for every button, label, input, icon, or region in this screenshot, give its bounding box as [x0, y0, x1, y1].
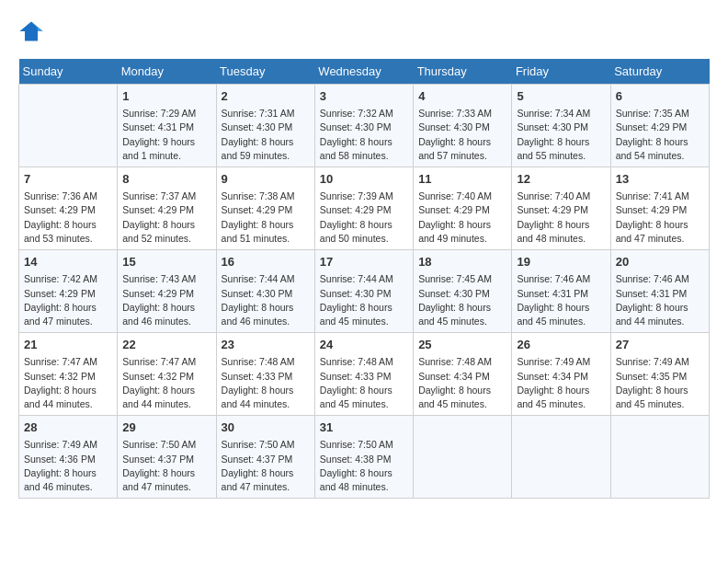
header-cell-thursday: Thursday — [414, 59, 512, 85]
day-info: Sunrise: 7:40 AM Sunset: 4:29 PM Dayligh… — [517, 190, 605, 246]
day-number: 8 — [122, 171, 210, 188]
day-cell: 9Sunrise: 7:38 AM Sunset: 4:29 PM Daylig… — [216, 167, 314, 250]
day-cell: 8Sunrise: 7:37 AM Sunset: 4:29 PM Daylig… — [118, 167, 216, 250]
day-info: Sunrise: 7:49 AM Sunset: 4:34 PM Dayligh… — [517, 355, 605, 411]
day-info: Sunrise: 7:37 AM Sunset: 4:29 PM Dayligh… — [122, 190, 210, 246]
day-info: Sunrise: 7:40 AM Sunset: 4:29 PM Dayligh… — [418, 190, 506, 246]
day-number: 24 — [320, 337, 408, 353]
day-number: 6 — [616, 88, 704, 105]
page-header — [18, 18, 710, 44]
day-number: 10 — [320, 171, 408, 188]
day-cell — [414, 416, 512, 499]
day-info: Sunrise: 7:48 AM Sunset: 4:33 PM Dayligh… — [320, 355, 408, 411]
header-cell-sunday: Sunday — [19, 59, 118, 85]
day-cell — [19, 85, 118, 167]
day-info: Sunrise: 7:50 AM Sunset: 4:38 PM Dayligh… — [320, 438, 408, 494]
day-cell: 31Sunrise: 7:50 AM Sunset: 4:38 PM Dayli… — [314, 416, 413, 499]
day-info: Sunrise: 7:46 AM Sunset: 4:31 PM Dayligh… — [616, 272, 704, 328]
day-info: Sunrise: 7:42 AM Sunset: 4:29 PM Dayligh… — [24, 272, 112, 328]
day-number: 27 — [616, 337, 704, 353]
week-row-4: 21Sunrise: 7:47 AM Sunset: 4:32 PM Dayli… — [19, 333, 710, 416]
week-row-2: 7Sunrise: 7:36 AM Sunset: 4:29 PM Daylig… — [19, 167, 710, 250]
day-number: 9 — [222, 171, 310, 188]
week-row-5: 28Sunrise: 7:49 AM Sunset: 4:36 PM Dayli… — [19, 416, 710, 499]
header-cell-monday: Monday — [118, 59, 216, 85]
day-info: Sunrise: 7:45 AM Sunset: 4:30 PM Dayligh… — [418, 272, 506, 328]
header-row: SundayMondayTuesdayWednesdayThursdayFrid… — [19, 59, 710, 85]
day-info: Sunrise: 7:33 AM Sunset: 4:30 PM Dayligh… — [418, 107, 506, 163]
day-cell: 6Sunrise: 7:35 AM Sunset: 4:29 PM Daylig… — [610, 85, 709, 167]
day-info: Sunrise: 7:29 AM Sunset: 4:31 PM Dayligh… — [122, 107, 210, 163]
day-cell: 26Sunrise: 7:49 AM Sunset: 4:34 PM Dayli… — [512, 333, 610, 416]
day-number: 5 — [517, 88, 605, 105]
day-cell — [512, 416, 610, 499]
day-info: Sunrise: 7:35 AM Sunset: 4:29 PM Dayligh… — [616, 107, 704, 163]
day-cell: 29Sunrise: 7:50 AM Sunset: 4:37 PM Dayli… — [118, 416, 216, 499]
day-number: 18 — [418, 254, 506, 270]
day-info: Sunrise: 7:44 AM Sunset: 4:30 PM Dayligh… — [222, 272, 310, 328]
day-info: Sunrise: 7:50 AM Sunset: 4:37 PM Dayligh… — [222, 438, 310, 494]
day-info: Sunrise: 7:48 AM Sunset: 4:33 PM Dayligh… — [222, 355, 310, 411]
day-cell: 2Sunrise: 7:31 AM Sunset: 4:30 PM Daylig… — [216, 85, 314, 167]
day-cell: 25Sunrise: 7:48 AM Sunset: 4:34 PM Dayli… — [414, 333, 512, 416]
day-cell: 14Sunrise: 7:42 AM Sunset: 4:29 PM Dayli… — [19, 250, 118, 333]
day-number: 23 — [222, 337, 310, 353]
day-cell: 5Sunrise: 7:34 AM Sunset: 4:30 PM Daylig… — [512, 85, 610, 167]
calendar-header: SundayMondayTuesdayWednesdayThursdayFrid… — [19, 59, 710, 85]
day-number: 7 — [24, 171, 112, 188]
day-cell: 13Sunrise: 7:41 AM Sunset: 4:29 PM Dayli… — [610, 167, 709, 250]
day-cell: 12Sunrise: 7:40 AM Sunset: 4:29 PM Dayli… — [512, 167, 610, 250]
day-number: 28 — [24, 419, 112, 436]
day-number: 12 — [517, 171, 605, 188]
day-cell: 19Sunrise: 7:46 AM Sunset: 4:31 PM Dayli… — [512, 250, 610, 333]
day-number: 17 — [320, 254, 408, 270]
day-cell: 4Sunrise: 7:33 AM Sunset: 4:30 PM Daylig… — [414, 85, 512, 167]
day-info: Sunrise: 7:50 AM Sunset: 4:37 PM Dayligh… — [122, 438, 210, 494]
day-info: Sunrise: 7:39 AM Sunset: 4:29 PM Dayligh… — [320, 190, 408, 246]
day-number: 22 — [122, 337, 210, 353]
day-info: Sunrise: 7:32 AM Sunset: 4:30 PM Dayligh… — [320, 107, 408, 163]
day-number: 25 — [418, 337, 506, 353]
day-cell — [610, 416, 709, 499]
day-info: Sunrise: 7:36 AM Sunset: 4:29 PM Dayligh… — [24, 190, 112, 246]
week-row-3: 14Sunrise: 7:42 AM Sunset: 4:29 PM Dayli… — [19, 250, 710, 333]
day-cell: 21Sunrise: 7:47 AM Sunset: 4:32 PM Dayli… — [19, 333, 118, 416]
day-cell: 27Sunrise: 7:49 AM Sunset: 4:35 PM Dayli… — [610, 333, 709, 416]
day-number: 30 — [222, 419, 310, 436]
day-number: 14 — [24, 254, 112, 270]
day-info: Sunrise: 7:47 AM Sunset: 4:32 PM Dayligh… — [122, 355, 210, 411]
day-cell: 30Sunrise: 7:50 AM Sunset: 4:37 PM Dayli… — [216, 416, 314, 499]
day-cell: 7Sunrise: 7:36 AM Sunset: 4:29 PM Daylig… — [19, 167, 118, 250]
day-cell: 1Sunrise: 7:29 AM Sunset: 4:31 PM Daylig… — [118, 85, 216, 167]
header-cell-saturday: Saturday — [610, 59, 709, 85]
day-info: Sunrise: 7:44 AM Sunset: 4:30 PM Dayligh… — [320, 272, 408, 328]
header-cell-wednesday: Wednesday — [314, 59, 413, 85]
calendar-table: SundayMondayTuesdayWednesdayThursdayFrid… — [18, 59, 710, 499]
day-number: 1 — [122, 88, 210, 105]
day-cell: 22Sunrise: 7:47 AM Sunset: 4:32 PM Dayli… — [118, 333, 216, 416]
day-cell: 3Sunrise: 7:32 AM Sunset: 4:30 PM Daylig… — [314, 85, 413, 167]
day-number: 20 — [616, 254, 704, 270]
day-cell: 24Sunrise: 7:48 AM Sunset: 4:33 PM Dayli… — [314, 333, 413, 416]
header-cell-friday: Friday — [512, 59, 610, 85]
day-cell: 20Sunrise: 7:46 AM Sunset: 4:31 PM Dayli… — [610, 250, 709, 333]
day-info: Sunrise: 7:31 AM Sunset: 4:30 PM Dayligh… — [222, 107, 310, 163]
day-number: 3 — [320, 88, 408, 105]
day-cell: 17Sunrise: 7:44 AM Sunset: 4:30 PM Dayli… — [314, 250, 413, 333]
week-row-1: 1Sunrise: 7:29 AM Sunset: 4:31 PM Daylig… — [19, 85, 710, 167]
day-cell: 10Sunrise: 7:39 AM Sunset: 4:29 PM Dayli… — [314, 167, 413, 250]
day-info: Sunrise: 7:34 AM Sunset: 4:30 PM Dayligh… — [517, 107, 605, 163]
day-number: 2 — [222, 88, 310, 105]
calendar-body: 1Sunrise: 7:29 AM Sunset: 4:31 PM Daylig… — [19, 85, 710, 499]
day-cell: 18Sunrise: 7:45 AM Sunset: 4:30 PM Dayli… — [414, 250, 512, 333]
day-number: 31 — [320, 419, 408, 436]
day-number: 26 — [517, 337, 605, 353]
day-info: Sunrise: 7:49 AM Sunset: 4:35 PM Dayligh… — [616, 355, 704, 411]
day-number: 16 — [222, 254, 310, 270]
day-cell: 28Sunrise: 7:49 AM Sunset: 4:36 PM Dayli… — [19, 416, 118, 499]
day-number: 4 — [418, 88, 506, 105]
day-info: Sunrise: 7:38 AM Sunset: 4:29 PM Dayligh… — [222, 190, 310, 246]
day-number: 21 — [24, 337, 112, 353]
day-info: Sunrise: 7:43 AM Sunset: 4:29 PM Dayligh… — [122, 272, 210, 328]
day-info: Sunrise: 7:41 AM Sunset: 4:29 PM Dayligh… — [616, 190, 704, 246]
